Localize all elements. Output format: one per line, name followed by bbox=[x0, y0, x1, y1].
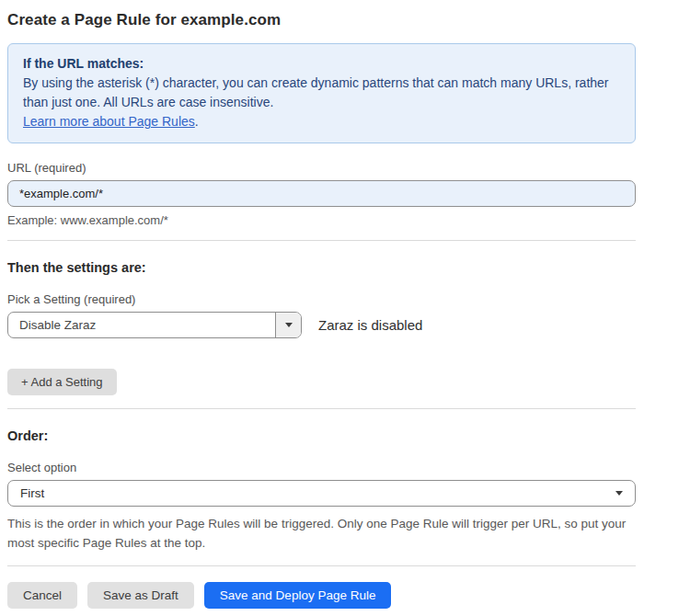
url-label: URL (required) bbox=[7, 161, 636, 175]
order-dropdown-value: First bbox=[20, 486, 44, 500]
cancel-button[interactable]: Cancel bbox=[7, 582, 77, 609]
url-example-text: Example: www.example.com/* bbox=[7, 213, 636, 227]
create-page-rule-page: Create a Page Rule for example.com If th… bbox=[0, 0, 690, 616]
chevron-down-icon bbox=[285, 323, 293, 327]
settings-section-heading: Then the settings are: bbox=[7, 260, 636, 275]
order-dropdown[interactable]: First bbox=[7, 480, 636, 507]
page-title: Create a Page Rule for example.com bbox=[7, 11, 636, 29]
form-actions: Cancel Save as Draft Save and Deploy Pag… bbox=[7, 582, 636, 609]
url-input[interactable] bbox=[7, 180, 636, 207]
order-select-label: Select option bbox=[7, 461, 636, 474]
divider bbox=[7, 240, 636, 241]
setting-dropdown-arrow-button[interactable] bbox=[275, 313, 301, 337]
info-box-body: By using the asterisk (*) character, you… bbox=[23, 74, 620, 112]
setting-status-text: Zaraz is disabled bbox=[318, 317, 422, 333]
info-box-heading: If the URL matches: bbox=[23, 54, 620, 74]
add-setting-button[interactable]: + Add a Setting bbox=[7, 369, 117, 395]
setting-dropdown-value: Disable Zaraz bbox=[8, 318, 96, 332]
chevron-down-icon bbox=[615, 491, 623, 496]
pick-setting-label: Pick a Setting (required) bbox=[7, 292, 636, 306]
url-match-info-box: If the URL matches: By using the asteris… bbox=[7, 43, 636, 143]
save-as-draft-button[interactable]: Save as Draft bbox=[87, 582, 194, 609]
link-suffix-period: . bbox=[195, 114, 199, 129]
divider bbox=[7, 408, 636, 409]
learn-more-page-rules-link[interactable]: Learn more about Page Rules bbox=[23, 114, 195, 129]
setting-dropdown[interactable]: Disable Zaraz bbox=[7, 312, 302, 338]
info-box-link-line: Learn more about Page Rules. bbox=[23, 112, 620, 131]
save-and-deploy-button[interactable]: Save and Deploy Page Rule bbox=[204, 582, 392, 609]
form-content: Create a Page Rule for example.com If th… bbox=[7, 11, 636, 609]
order-help-text: This is the order in which your Page Rul… bbox=[7, 514, 636, 553]
setting-row: Disable Zaraz Zaraz is disabled bbox=[7, 312, 636, 338]
order-section-heading: Order: bbox=[7, 428, 636, 443]
divider bbox=[7, 565, 636, 566]
